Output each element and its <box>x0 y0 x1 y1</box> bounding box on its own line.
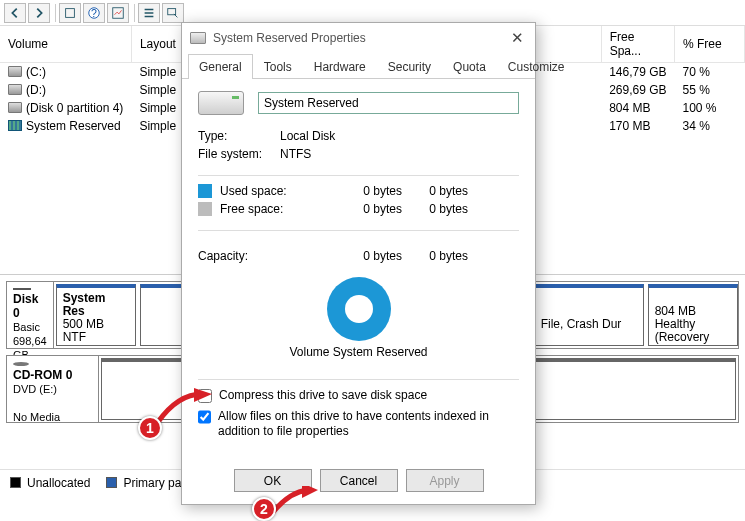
fs-label: File system: <box>198 147 270 161</box>
col-pctfree[interactable]: % Free <box>675 26 745 63</box>
tab-hardware[interactable]: Hardware <box>303 54 377 79</box>
free-bytes: 0 bytes <box>320 202 402 216</box>
dialog-actions: OK Cancel Apply <box>182 459 535 504</box>
compress-checkbox[interactable] <box>198 389 212 403</box>
callout-1: 1 <box>138 416 162 440</box>
partition-system-reserved[interactable]: System Res 500 MB NTF Healthy (Sys <box>56 284 136 346</box>
capacity-donut-icon <box>327 277 391 341</box>
drive-icon <box>190 32 206 44</box>
index-checkbox[interactable] <box>198 410 211 424</box>
p0-l2: 500 MB NTF <box>63 317 104 344</box>
tab-general[interactable]: General <box>188 54 253 79</box>
disk-icon <box>13 288 31 290</box>
toolbar-btn-forward[interactable] <box>28 3 50 23</box>
p0-title: System Res <box>63 291 106 318</box>
dialog-title-text: System Reserved Properties <box>213 31 366 45</box>
toolbar-btn-refresh[interactable] <box>59 3 81 23</box>
compress-label: Compress this drive to save disk space <box>219 388 427 403</box>
separator <box>198 175 519 176</box>
partition-crash[interactable]: File, Crash Dur <box>534 284 644 346</box>
cdrom-l2: DVD (E:) <box>13 382 92 396</box>
svg-text:?: ? <box>91 6 97 18</box>
disk0-title: Disk 0 <box>13 292 47 320</box>
toolbar-btn-help[interactable]: ? <box>83 3 105 23</box>
fs-value: NTFS <box>280 147 311 161</box>
cancel-button[interactable]: Cancel <box>320 469 398 492</box>
separator <box>198 379 519 380</box>
ok-button[interactable]: OK <box>234 469 312 492</box>
compress-row[interactable]: Compress this drive to save disk space <box>198 388 519 403</box>
volume-icon <box>8 102 22 113</box>
tab-customize[interactable]: Customize <box>497 54 576 79</box>
free-human: 0 bytes <box>402 202 468 216</box>
index-label: Allow files on this drive to have conten… <box>218 409 519 439</box>
toolbar-sep <box>55 4 56 22</box>
volume-icon <box>8 66 22 77</box>
toolbar-btn-inspect[interactable] <box>162 3 184 23</box>
p3-l3: Healthy (Recovery <box>655 317 710 344</box>
tab-strip: GeneralToolsHardwareSecurityQuotaCustomi… <box>182 53 535 79</box>
p0-l3: Healthy (Sys <box>63 343 104 346</box>
legend-unallocated: Unallocated <box>10 476 90 490</box>
capacity-human: 0 bytes <box>402 249 468 263</box>
callout-2: 2 <box>252 497 276 521</box>
partition-recovery[interactable]: 804 MB Healthy (Recovery <box>648 284 738 346</box>
volume-icon <box>8 120 22 131</box>
free-label: Free space: <box>220 202 320 216</box>
type-label: Type: <box>198 129 270 143</box>
disk0-type: Basic <box>13 320 47 334</box>
disk-head-cdrom: CD-ROM 0 DVD (E:) No Media <box>7 356 99 422</box>
col-volume[interactable]: Volume <box>0 26 131 63</box>
properties-dialog: System Reserved Properties ✕ GeneralTool… <box>181 22 536 505</box>
disk-head-disk0: Disk 0 Basic 698,64 GB Online <box>7 282 54 348</box>
index-row[interactable]: Allow files on this drive to have conten… <box>198 409 519 439</box>
swatch-primary <box>106 477 117 488</box>
cd-icon <box>13 362 29 366</box>
used-human: 0 bytes <box>402 184 468 198</box>
close-icon[interactable]: ✕ <box>507 29 527 47</box>
capacity-name: Volume System Reserved <box>198 345 519 359</box>
free-swatch <box>198 202 212 216</box>
volume-icon <box>8 84 22 95</box>
toolbar-btn-back[interactable] <box>4 3 26 23</box>
capacity-label: Capacity: <box>198 249 320 263</box>
swatch-unallocated <box>10 477 21 488</box>
p2-l3: File, Crash Dur <box>541 317 622 331</box>
used-swatch <box>198 184 212 198</box>
apply-button[interactable]: Apply <box>406 469 484 492</box>
volume-icon <box>198 91 244 115</box>
svg-rect-0 <box>66 8 75 17</box>
toolbar-btn-list[interactable] <box>138 3 160 23</box>
tab-quota[interactable]: Quota <box>442 54 497 79</box>
cdrom-title: CD-ROM 0 <box>13 368 92 382</box>
toolbar-btn-chart[interactable] <box>107 3 129 23</box>
volume-name-input[interactable] <box>258 92 519 114</box>
tab-general-body: Type:Local Disk File system:NTFS Used sp… <box>182 79 535 459</box>
toolbar-sep <box>134 4 135 22</box>
p3-l2: 804 MB <box>655 304 696 318</box>
col-freespace[interactable]: Free Spa... <box>601 26 674 63</box>
separator <box>198 230 519 231</box>
used-label: Used space: <box>220 184 320 198</box>
used-bytes: 0 bytes <box>320 184 402 198</box>
dialog-titlebar[interactable]: System Reserved Properties ✕ <box>182 23 535 53</box>
tab-security[interactable]: Security <box>377 54 442 79</box>
capacity-bytes: 0 bytes <box>320 249 402 263</box>
tab-tools[interactable]: Tools <box>253 54 303 79</box>
cdrom-status: No Media <box>13 410 92 424</box>
type-value: Local Disk <box>280 129 335 143</box>
